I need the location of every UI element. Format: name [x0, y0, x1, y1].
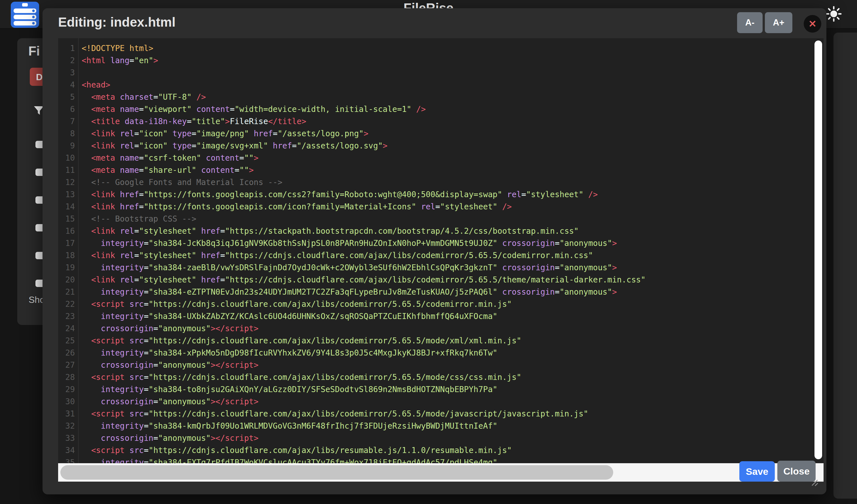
code-line [82, 67, 824, 79]
code-line: <link rel="icon" type="image/png" href="… [82, 127, 824, 140]
line-number: 3 [58, 67, 78, 79]
line-number: 25 [58, 334, 78, 347]
code-line: <link href="https://fonts.googleapis.com… [82, 188, 824, 201]
code-line: <link rel="stylesheet" href="https://sta… [82, 225, 824, 237]
code-line: <meta name="share-url" content=""> [82, 164, 824, 176]
line-number: 21 [58, 286, 78, 298]
font-decrease-button[interactable]: A- [737, 12, 762, 33]
line-number: 17 [58, 237, 78, 249]
code-line: crossorigin="anonymous"></script> [82, 323, 824, 334]
editor-gutter: 1234567891011121314151617181920212223242… [58, 38, 79, 463]
code-line: <link rel="stylesheet" href="https://cdn… [82, 274, 824, 286]
line-number: 7 [58, 115, 78, 127]
line-number: 26 [58, 347, 78, 359]
resize-handle-icon[interactable] [809, 477, 819, 487]
line-number: 27 [58, 359, 78, 371]
line-number: 11 [58, 164, 78, 176]
code-line: integrity="sha384-to8njsu2GAiXQnY/aLGzz0… [82, 383, 824, 396]
code-line: <script src="https://cdnjs.cloudflare.co… [82, 408, 824, 420]
line-number: 10 [58, 152, 78, 164]
modal-title: Editing: index.html [58, 15, 175, 30]
scrollbar-thumb[interactable] [61, 465, 613, 480]
line-number: 29 [58, 383, 78, 396]
code-line: <!DOCTYPE html> [82, 42, 824, 54]
code-line: integrity="sha384-kmQrbJf09Uo1WRLMDVGoVG… [82, 420, 824, 432]
code-line: <meta name="viewport" content="width=dev… [82, 103, 824, 115]
sun-icon[interactable] [825, 6, 842, 22]
code-line: <script src="https://cdnjs.cloudflare.co… [82, 298, 824, 310]
line-number: 8 [58, 127, 78, 140]
code-line: <link rel="icon" type="image/svg+xml" hr… [82, 140, 824, 152]
line-number: 2 [58, 54, 78, 67]
close-icon[interactable]: ✕ [804, 15, 821, 33]
line-number: 12 [58, 176, 78, 188]
code-line: integrity="sha384-eZTPTN0EvJdn23s24UDYJm… [82, 286, 824, 298]
code-line: integrity="sha384-UXbkZAbZYZ/KCAslc6UO4d… [82, 310, 824, 323]
line-number: 13 [58, 188, 78, 201]
line-number: 6 [58, 103, 78, 115]
line-number: 9 [58, 140, 78, 152]
code-line: <html lang="en"> [82, 54, 824, 67]
code-line: <meta name="csrf-token" content=""> [82, 152, 824, 164]
line-number: 19 [58, 261, 78, 274]
code-line: <script src="https://cdnjs.cloudflare.co… [82, 444, 824, 456]
line-number: 30 [58, 396, 78, 408]
font-increase-button[interactable]: A+ [765, 12, 792, 33]
line-number: 28 [58, 371, 78, 383]
sidebar-heading: Fi [28, 44, 40, 59]
line-number: 32 [58, 420, 78, 432]
line-number: 18 [58, 249, 78, 261]
save-button[interactable]: Save [739, 461, 775, 482]
content-panel [834, 33, 857, 499]
code-line: integrity="sha384-xPpkMo5nDgD98fIcuRVYhx… [82, 347, 824, 359]
code-line: <!-- Google Fonts and Material Icons --> [82, 176, 824, 188]
edit-file-modal: Editing: index.html A- A+ ✕ 123456789101… [43, 8, 826, 494]
line-number: 31 [58, 408, 78, 420]
code-line: integrity="sha384-JcKb8q3iqJ61gNV9KGb8th… [82, 237, 824, 249]
line-number: 33 [58, 432, 78, 444]
line-number: 16 [58, 225, 78, 237]
code-line: <link rel="stylesheet" href="https://cdn… [82, 249, 824, 261]
line-number: 22 [58, 298, 78, 310]
code-line: <head> [82, 79, 824, 91]
code-line: <title data-i18n-key="title">FileRise</t… [82, 115, 824, 127]
line-number: 15 [58, 213, 78, 225]
code-line: <!-- Bootstrap CSS --> [82, 213, 824, 225]
editor-vertical-scrollbar[interactable] [814, 40, 822, 459]
code-line: <script src="https://cdnjs.cloudflare.co… [82, 371, 824, 383]
code-line: integrity="sha384-EXTg7rPfdIB7WoKVCslucA… [82, 456, 824, 463]
code-line: <link href="https://fonts.googleapis.com… [82, 201, 824, 213]
editor-horizontal-scrollbar[interactable] [58, 463, 824, 482]
line-number: 35 [58, 456, 78, 463]
line-number: 23 [58, 310, 78, 323]
line-number: 4 [58, 79, 78, 91]
code-lines[interactable]: <!DOCTYPE html><html lang="en"><head> <m… [79, 38, 824, 463]
code-line: <meta charset="UTF-8" /> [82, 91, 824, 103]
line-number: 1 [58, 42, 78, 54]
code-line: <script src="https://cdnjs.cloudflare.co… [82, 334, 824, 347]
line-number: 20 [58, 274, 78, 286]
code-line: integrity="sha384-zaeBlB/vwYsDRSlFajnDd7… [82, 261, 824, 274]
line-number: 24 [58, 323, 78, 334]
line-number: 14 [58, 201, 78, 213]
line-number: 5 [58, 91, 78, 103]
line-number: 34 [58, 444, 78, 456]
code-line: crossorigin="anonymous"></script> [82, 359, 824, 371]
code-line: crossorigin="anonymous"></script> [82, 396, 824, 408]
code-editor[interactable]: 1234567891011121314151617181920212223242… [58, 38, 824, 482]
code-line: crossorigin="anonymous"></script> [82, 432, 824, 444]
